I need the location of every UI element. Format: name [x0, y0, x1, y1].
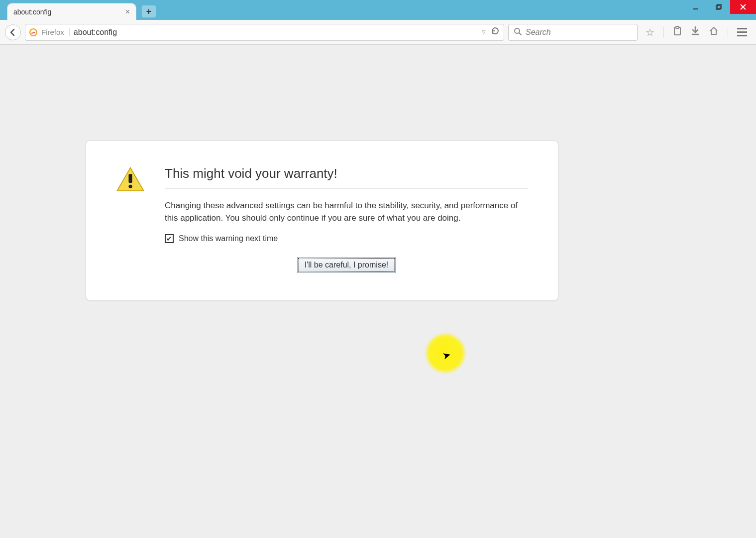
- browser-tab[interactable]: about:config ×: [7, 3, 136, 20]
- bookmark-star-icon[interactable]: ☆: [646, 26, 654, 38]
- search-icon: [514, 27, 522, 37]
- window-controls: [684, 0, 756, 14]
- svg-rect-8: [676, 26, 679, 28]
- url-bar[interactable]: Firefox ▽: [25, 24, 504, 41]
- search-input[interactable]: [526, 28, 632, 37]
- show-warning-label: Show this warning next time: [179, 234, 278, 243]
- new-tab-button[interactable]: +: [141, 5, 156, 18]
- reload-icon[interactable]: [491, 26, 500, 38]
- brand-label: Firefox: [41, 28, 70, 36]
- content-area: This might void your warranty! Changing …: [0, 45, 756, 538]
- show-warning-checkbox[interactable]: ✔: [165, 234, 174, 243]
- warning-title: This might void your warranty!: [165, 166, 528, 189]
- close-window-button[interactable]: [730, 0, 756, 14]
- navigation-toolbar: Firefox ▽ ☆: [0, 20, 756, 45]
- close-tab-icon[interactable]: ×: [125, 7, 130, 16]
- url-dropdown-icon[interactable]: ▽: [482, 29, 486, 35]
- svg-rect-1: [716, 5, 720, 9]
- url-input[interactable]: [74, 28, 478, 37]
- svg-point-12: [128, 185, 132, 188]
- svg-rect-11: [128, 174, 132, 183]
- firefox-identity-icon: [29, 28, 37, 36]
- accept-warning-button[interactable]: I'll be careful, I promise!: [297, 257, 396, 273]
- warning-triangle-icon: [116, 167, 145, 192]
- downloads-icon[interactable]: [691, 26, 700, 38]
- separator: [663, 27, 664, 38]
- maximize-button[interactable]: [707, 0, 730, 14]
- warning-card: This might void your warranty! Changing …: [86, 140, 558, 300]
- minimize-button[interactable]: [684, 0, 707, 14]
- cursor-highlight: [425, 332, 466, 374]
- menu-icon[interactable]: [737, 28, 747, 36]
- svg-rect-2: [717, 4, 721, 8]
- warning-body: Changing these advanced settings can be …: [165, 200, 528, 224]
- separator: [728, 27, 728, 38]
- back-button[interactable]: [5, 24, 21, 40]
- cursor-pointer-icon: ➤: [441, 348, 452, 362]
- titlebar: about:config × +: [0, 0, 756, 20]
- tab-title: about:config: [13, 8, 51, 16]
- svg-line-6: [519, 33, 521, 35]
- toolbar-icons: ☆: [642, 26, 751, 38]
- search-bar[interactable]: [508, 24, 638, 41]
- clipboard-icon[interactable]: [673, 26, 682, 38]
- home-icon[interactable]: [709, 26, 719, 38]
